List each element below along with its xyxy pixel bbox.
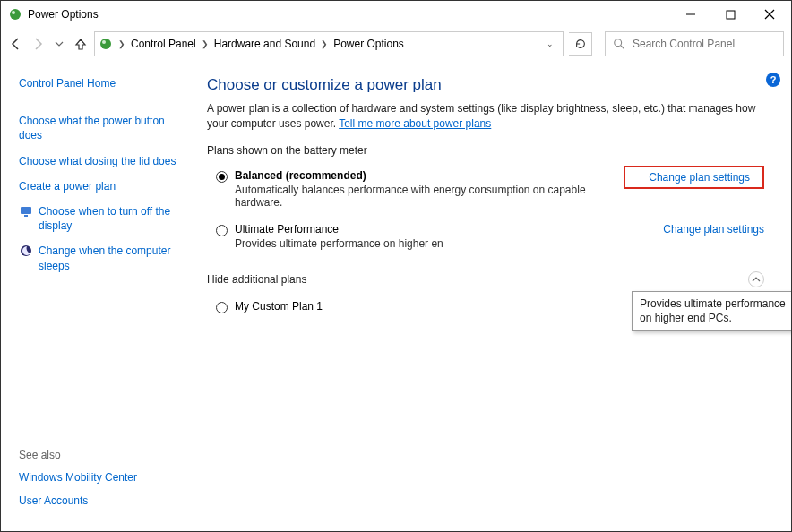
search-icon xyxy=(613,38,625,50)
chevron-right-icon: ❯ xyxy=(321,39,328,48)
back-button[interactable] xyxy=(8,36,24,52)
breadcrumb-item[interactable]: Control Panel xyxy=(131,38,196,50)
sidebar-link-power-button[interactable]: Choose what the power button does xyxy=(19,114,180,142)
plan-radio-custom1[interactable] xyxy=(216,302,228,313)
minimize-button[interactable] xyxy=(671,2,710,27)
learn-more-link[interactable]: Tell me more about power plans xyxy=(339,117,491,130)
plan-desc: Automatically balances performance with … xyxy=(235,184,624,209)
control-panel-home-link[interactable]: Control Panel Home xyxy=(19,76,180,90)
svg-line-9 xyxy=(621,46,624,49)
see-also-header: See also xyxy=(19,449,180,461)
breadcrumb-item[interactable]: Power Options xyxy=(333,38,404,50)
address-bar[interactable]: ❯ Control Panel ❯ Hardware and Sound ❯ P… xyxy=(94,31,564,56)
plan-radio-balanced[interactable] xyxy=(216,171,228,183)
plans-shown-label: Plans shown on the battery meter xyxy=(207,144,367,157)
see-also-mobility-center[interactable]: Windows Mobility Center xyxy=(19,470,180,485)
plan-desc: Provides ultimate performance on higher … xyxy=(235,237,652,250)
forward-button[interactable] xyxy=(30,36,46,52)
location-icon xyxy=(99,37,113,51)
sidebar-link-display-off[interactable]: Choose when to turn off the display xyxy=(39,204,180,233)
sidebar-link-sleep[interactable]: Change when the computer sleeps xyxy=(39,244,180,272)
plan-name: Ultimate Performance xyxy=(235,223,652,236)
close-button[interactable] xyxy=(750,2,789,27)
plan-name: Balanced (recommended) xyxy=(235,169,624,182)
search-input[interactable] xyxy=(633,38,776,50)
svg-point-0 xyxy=(10,9,21,20)
app-icon xyxy=(8,7,22,21)
svg-point-6 xyxy=(100,39,111,49)
svg-rect-10 xyxy=(21,207,31,214)
change-plan-settings-link[interactable]: Change plan settings xyxy=(663,223,764,236)
breadcrumb-item[interactable]: Hardware and Sound xyxy=(214,38,315,50)
chevron-right-icon: ❯ xyxy=(202,39,209,48)
divider xyxy=(376,150,764,150)
main-panel: Choose or customize a power plan A power… xyxy=(189,60,791,531)
window-title: Power Options xyxy=(28,8,671,21)
sidebar-link-create-plan[interactable]: Create a power plan xyxy=(19,179,180,193)
tooltip: Provides ultimate performance on higher … xyxy=(632,291,792,331)
change-plan-settings-link[interactable]: Change plan settings xyxy=(649,171,750,184)
page-description: A power plan is a collection of hardware… xyxy=(207,101,764,132)
refresh-button[interactable] xyxy=(569,32,592,56)
search-box[interactable] xyxy=(605,31,784,56)
hide-plans-label: Hide additional plans xyxy=(207,273,306,286)
sidebar: Control Panel Home Choose what the power… xyxy=(1,60,189,531)
svg-rect-3 xyxy=(727,11,735,19)
svg-point-8 xyxy=(615,39,622,47)
display-off-icon xyxy=(19,204,33,219)
plan-name: My Custom Plan 1 xyxy=(235,300,652,313)
svg-point-7 xyxy=(102,40,106,44)
sleep-icon xyxy=(19,244,33,258)
collapse-toggle[interactable] xyxy=(748,271,764,287)
svg-rect-11 xyxy=(24,215,28,217)
chevron-right-icon: ❯ xyxy=(118,39,125,48)
address-dropdown[interactable]: ⌄ xyxy=(541,39,559,48)
see-also-user-accounts[interactable]: User Accounts xyxy=(19,493,180,508)
plan-radio-ultimate[interactable] xyxy=(216,225,228,236)
svg-point-1 xyxy=(12,11,15,14)
maximize-button[interactable] xyxy=(710,2,750,27)
recent-dropdown[interactable] xyxy=(51,36,67,52)
divider xyxy=(315,279,739,279)
sidebar-link-closing-lid[interactable]: Choose what closing the lid does xyxy=(19,154,180,168)
page-heading: Choose or customize a power plan xyxy=(207,76,764,94)
up-button[interactable] xyxy=(73,36,89,52)
